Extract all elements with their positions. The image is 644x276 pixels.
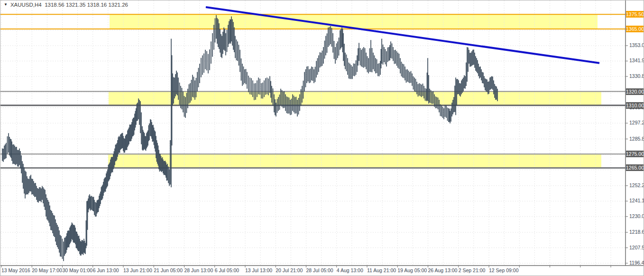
chart-canvas[interactable] [0,0,644,276]
price-axis-label: 1285.80 [629,136,644,142]
price-level-badge: 1320.00 [626,88,644,95]
price-level-badge: 1375.50 [626,11,644,18]
price-level-badge: 1265.00 [626,164,644,171]
chart-title: ▼ XAUUSD,H4 1318.56 1321.35 1318.16 1321… [4,2,128,8]
sr-zone-rectangle [109,92,601,105]
mt4-chart-window: ▼ XAUUSD,H4 1318.56 1321.35 1318.16 1321… [0,0,644,276]
time-axis-label: 20 May 17:00 [32,267,62,273]
time-axis-label: 13 Jun 21:00 [123,267,152,273]
time-axis-label: 2 Sep 21:00 [459,267,486,273]
price-axis-label: 1230.00 [629,213,644,219]
sr-zone-rectangle [108,154,601,168]
time-axis-label: 28 Jul 05:00 [306,267,333,273]
time-axis-label: 19 Aug 05:00 [397,267,427,273]
price-axis-label: 1241.10 [629,198,644,203]
symbol-dropdown-icon: ▼ [4,3,8,7]
time-axis-label: 12 Sep 09:00 [489,267,518,273]
price-axis-label: 1207.50 [629,245,644,250]
time-axis-label: 4 Aug 13:00 [337,267,363,273]
price-axis-label: 1252.20 [629,182,644,188]
price-axis-label: 1330.80 [629,73,644,79]
time-axis-label: 21 Jun 05:00 [154,267,183,273]
price-level-badge: 1310.00 [626,102,644,109]
price-axis-label: 1196.40 [629,260,644,266]
sr-zone-rectangle [110,14,598,29]
chart-title-text: XAUUSD,H4 1318.56 1321.35 1318.16 1321.2… [10,2,128,8]
time-axis-label: 13 Jul 13:00 [245,267,272,273]
time-axis-label: 26 Aug 13:00 [428,267,458,273]
price-level-badge: 1275.00 [626,151,644,157]
time-axis-label: 28 Jun 13:00 [184,267,213,273]
price-axis-label: 1353.00 [629,42,644,48]
price-axis-label: 1297.20 [629,120,644,125]
time-axis-label: 20 Jul 21:00 [276,267,303,273]
time-axis-label: 13 May 2016 [1,267,30,273]
time-axis-label: 30 May 01:00 [63,267,93,273]
time-axis-label: 6 Jun 13:00 [93,267,119,273]
price-axis-label: 1218.60 [629,229,644,235]
time-axis-label: 11 Aug 21:00 [367,267,396,273]
time-axis-label: 6 Jul 05:00 [215,267,239,273]
price-axis-label: 1341.90 [629,57,644,63]
price-level-badge: 1365.00 [626,26,644,32]
